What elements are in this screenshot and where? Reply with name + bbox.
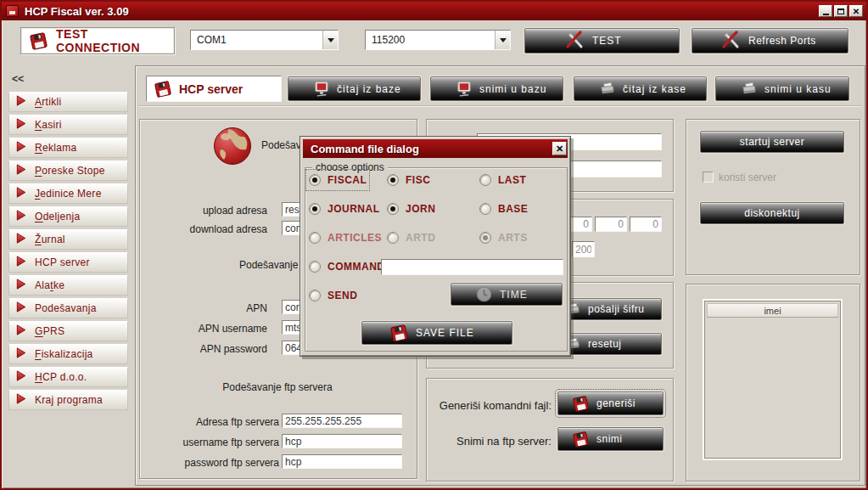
sidebar-item-kraj-programa[interactable]: Kraj programa (8, 390, 128, 410)
radio-option-base[interactable]: BASE (479, 201, 528, 217)
sidebar-item-label: Kraj programa (35, 394, 103, 406)
radio-option-articles[interactable]: ARTICLES (309, 230, 382, 245)
save-to-ftp-button[interactable]: snimi (557, 427, 664, 451)
sidebar-item-fiskalizacija[interactable]: Fiskalizacija (8, 344, 128, 364)
sidebar-item-gprs[interactable]: GPRS (8, 321, 128, 341)
radio-label: ARTICLES (328, 232, 382, 244)
port-field[interactable] (572, 241, 595, 257)
crossed-tools-icon (720, 30, 742, 52)
sidebar-collapse-button[interactable]: << (12, 73, 24, 85)
counter-field-2[interactable] (595, 217, 627, 232)
radio-option-last[interactable]: LAST (479, 172, 526, 188)
baud-rate-value: 115200 (366, 31, 495, 49)
ftp-address-label: Adresa ftp servera (154, 416, 279, 428)
upload-address-label: upload adresa (154, 205, 267, 217)
radio-option-send[interactable]: SEND (309, 288, 357, 303)
radio-option-arts[interactable]: ARTS (479, 230, 528, 245)
radio-icon (309, 261, 321, 273)
save-file-button[interactable]: SAVE FILE (361, 321, 512, 345)
sidebar-item-poreske-stope[interactable]: Poreske Stope (8, 161, 128, 181)
command-file-dialog: Command file dialog ✕ choose options FIS… (300, 136, 571, 357)
red-triangle-icon (15, 255, 27, 270)
sidebar-item-reklama[interactable]: Reklama (8, 138, 128, 158)
button-label: čitaj iz baze (337, 83, 401, 95)
radio-icon (387, 203, 399, 215)
red-triangle-icon (15, 324, 27, 339)
close-icon: ✕ (853, 7, 860, 16)
sidebar-item-kasiri[interactable]: Kasiri (8, 115, 128, 135)
radio-option-journal[interactable]: JOURNAL (309, 201, 380, 217)
red-triangle-icon (15, 392, 27, 408)
baud-rate-select[interactable]: 115200 (365, 30, 511, 50)
red-floppy-icon (29, 31, 48, 51)
minimize-button[interactable] (819, 5, 832, 17)
tab-hcp-server[interactable]: HCP server (146, 76, 282, 102)
time-button[interactable]: TIME (451, 283, 563, 306)
write-to-register-button[interactable]: snimi u kasu (715, 76, 849, 101)
radio-option-fisc[interactable]: FISC (387, 172, 430, 188)
dialog-titlebar[interactable]: Command file dialog (303, 139, 568, 158)
radio-icon (309, 203, 321, 215)
radio-icon (479, 232, 491, 244)
imei-column-header[interactable]: imei (707, 303, 838, 318)
radio-option-fiscal[interactable]: FISCAL (309, 172, 367, 188)
radio-icon (387, 232, 399, 244)
counter-field-3[interactable] (630, 217, 662, 232)
radio-option-jorn[interactable]: JORN (387, 201, 435, 217)
use-server-checkbox[interactable] (703, 172, 714, 183)
red-monitor-icon (455, 80, 473, 98)
button-label: diskonektuj (744, 207, 800, 219)
dropdown-button[interactable] (322, 31, 338, 49)
radio-icon (309, 174, 321, 186)
disconnect-button[interactable]: diskonektuj (700, 202, 844, 224)
imei-list[interactable]: imei (704, 301, 841, 459)
apn-heading: Podešavanje A (239, 259, 307, 271)
dialog-close-button[interactable]: ✕ (552, 142, 567, 155)
sidebar-item-label: Jedinice Mere (35, 188, 102, 200)
close-button[interactable]: ✕ (849, 5, 863, 17)
radio-icon (309, 232, 321, 244)
radio-option-command[interactable]: COMMAND (309, 259, 385, 274)
sidebar-item-label: Artikli (35, 96, 61, 108)
radio-label: BASE (498, 203, 528, 215)
read-from-db-button[interactable]: čitaj iz baze (288, 76, 421, 101)
sidebar-item-artikli[interactable]: Artikli (8, 92, 128, 112)
write-to-db-button[interactable]: snimi u bazu (430, 76, 563, 101)
sidebar-item-hcp-server[interactable]: HCP server (8, 252, 128, 273)
start-server-button[interactable]: startuj server (700, 131, 844, 153)
generate-command-label: Generiši komandni fajl: (424, 399, 552, 412)
test-label: TEST (592, 35, 622, 47)
generate-button[interactable]: generiši (557, 391, 664, 415)
maximize-button[interactable] (834, 5, 848, 17)
ftp-address-input[interactable] (282, 414, 402, 428)
apn-password-label: APN password (154, 343, 267, 355)
minimize-icon (823, 14, 829, 15)
button-label: pošalji šifru (588, 303, 645, 315)
dropdown-button[interactable] (495, 31, 510, 49)
dialog-title: Command file dialog (311, 143, 419, 155)
sidebar-item-urnal[interactable]: Žurnal (8, 229, 128, 250)
sidebar-item-odeljenja[interactable]: Odeljenja (8, 206, 128, 227)
radio-label: FISC (406, 174, 430, 186)
radio-label: ARTS (498, 232, 528, 244)
radio-option-artd[interactable]: ARTD (387, 230, 435, 245)
choose-options-label: choose options (312, 161, 388, 173)
radio-label: JORN (406, 203, 435, 215)
ftp-username-input[interactable] (282, 434, 402, 448)
test-connection-button[interactable]: TEST CONNECTION (20, 27, 175, 54)
read-from-register-button[interactable]: čitaj iz kase (574, 76, 707, 101)
app-icon (6, 5, 19, 17)
ftp-heading: Podešavanje ftp servera (205, 381, 350, 393)
red-triangle-icon (15, 186, 27, 201)
refresh-ports-button[interactable]: Refresh Ports (692, 28, 848, 54)
command-input[interactable] (381, 259, 563, 275)
sidebar-item-hcp-d-o-o[interactable]: HCP d.o.o. (8, 367, 128, 387)
sidebar-item-jedinice-mere[interactable]: Jedinice Mere (8, 183, 128, 204)
sidebar-item-alatke[interactable]: Alatke (8, 275, 128, 296)
ftp-password-input[interactable] (282, 454, 402, 469)
sidebar-item-pode-avanja[interactable]: Podešavanja (8, 298, 128, 318)
test-button[interactable]: TEST (524, 28, 680, 54)
radio-label: JOURNAL (328, 203, 380, 215)
test-connection-label: TEST CONNECTION (56, 27, 174, 54)
com-port-select[interactable]: COM1 (190, 30, 339, 50)
